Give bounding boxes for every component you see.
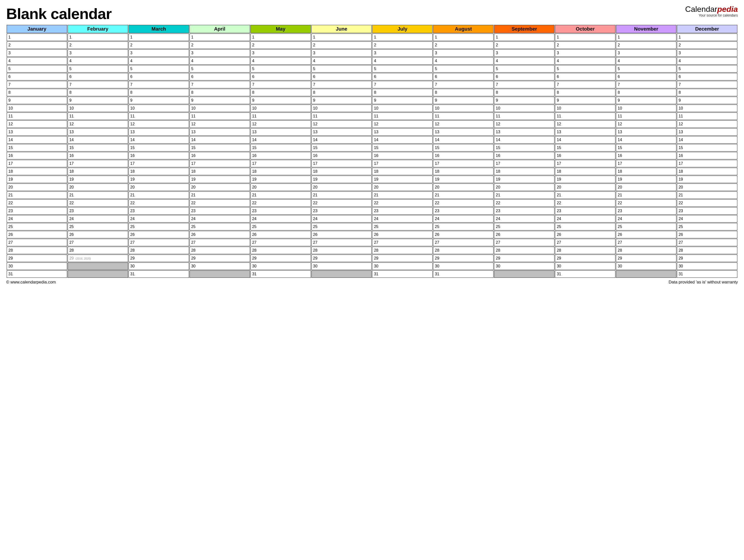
day-cell: 17 — [128, 160, 189, 167]
day-cell: 16 — [251, 152, 311, 159]
day-cell: 8 — [189, 89, 250, 96]
month-header: January — [7, 25, 67, 33]
day-cell: 21 — [555, 191, 616, 199]
day-cell: 29 — [372, 255, 433, 262]
day-cell: 18 — [251, 168, 311, 175]
day-cell: 11 — [251, 112, 311, 120]
day-cell: 7 — [677, 81, 737, 88]
day-cell: 28 — [311, 247, 372, 254]
day-cell: 23 — [128, 207, 189, 215]
day-cell: 21 — [128, 191, 189, 199]
day-cell: 2 — [372, 41, 433, 49]
day-cell: 1 — [128, 34, 189, 41]
day-cell: 7 — [128, 81, 189, 88]
day-cell: 28 — [189, 247, 250, 254]
day-cell: 27 — [616, 239, 676, 246]
day-cell: 20 — [128, 184, 189, 191]
day-cell: 13 — [311, 128, 372, 136]
day-cell: 15 — [251, 144, 311, 151]
day-cell: 17 — [68, 160, 128, 167]
day-cell: 12 — [7, 120, 67, 128]
day-cell: 29 — [128, 255, 189, 262]
day-cell: 30 — [677, 262, 737, 270]
day-cell: 7 — [616, 81, 676, 88]
day-cell: 7 — [311, 81, 372, 88]
day-cell: 6 — [128, 73, 189, 80]
brand-suffix: pedia — [717, 5, 738, 13]
day-cell: 25 — [494, 223, 555, 230]
day-cell: 31 — [372, 270, 433, 278]
day-cell: 4 — [311, 57, 372, 65]
day-cell: 3 — [433, 49, 493, 57]
day-row: 444444444444 — [7, 57, 737, 65]
day-cell: 1 — [189, 34, 250, 41]
day-cell: 21 — [251, 191, 311, 199]
month-header: October — [555, 25, 616, 33]
day-cell: 26 — [68, 231, 128, 238]
day-cell: 13 — [68, 128, 128, 136]
day-cell: 2 — [677, 41, 737, 49]
day-cell: 6 — [616, 73, 676, 80]
day-cell: 29 (2016, 2020) — [68, 255, 128, 262]
day-cell: 17 — [555, 160, 616, 167]
day-cell: 10 — [68, 105, 128, 112]
day-cell: 26 — [7, 231, 67, 238]
day-cell: 19 — [7, 176, 67, 183]
day-cell: 14 — [677, 136, 737, 144]
day-cell: 10 — [251, 105, 311, 112]
footer-copyright: © www.calendarpedia.com — [6, 280, 56, 285]
day-cell: 4 — [189, 57, 250, 65]
footer: © www.calendarpedia.com Data provided 'a… — [6, 280, 738, 285]
day-cell: 6 — [433, 73, 493, 80]
day-cell: 14 — [555, 136, 616, 144]
day-cell: 8 — [68, 89, 128, 96]
day-cell: 12 — [128, 120, 189, 128]
month-header: July — [372, 25, 433, 33]
day-cell: 24 — [372, 215, 433, 223]
day-cell: 5 — [189, 65, 250, 73]
day-cell: 8 — [677, 89, 737, 96]
day-cell: 14 — [68, 136, 128, 144]
day-cell: 18 — [189, 168, 250, 175]
day-cell: 16 — [433, 152, 493, 159]
day-cell: 10 — [555, 105, 616, 112]
day-cell: 9 — [433, 97, 493, 104]
day-cell: 27 — [7, 239, 67, 246]
day-cell: 17 — [372, 160, 433, 167]
day-cell: 5 — [7, 65, 67, 73]
day-cell: 29 — [494, 255, 555, 262]
day-cell: 9 — [311, 97, 372, 104]
day-cell: 1 — [494, 34, 555, 41]
day-cell: 29 — [555, 255, 616, 262]
day-cell: 21 — [494, 191, 555, 199]
day-cell: 4 — [616, 57, 676, 65]
day-cell: 6 — [251, 73, 311, 80]
day-cell: 31 — [251, 270, 311, 278]
day-cell: 17 — [189, 160, 250, 167]
day-cell: 15 — [372, 144, 433, 151]
day-cell: 10 — [433, 105, 493, 112]
day-cell: 26 — [189, 231, 250, 238]
day-cell: 10 — [616, 105, 676, 112]
day-cell: 17 — [251, 160, 311, 167]
day-cell: 18 — [372, 168, 433, 175]
day-cell: 2 — [616, 41, 676, 49]
day-cell: 11 — [7, 112, 67, 120]
day-cell: 18 — [128, 168, 189, 175]
day-cell: 3 — [68, 49, 128, 57]
day-cell: 26 — [555, 231, 616, 238]
day-cell: 12 — [494, 120, 555, 128]
footer-warranty: Data provided 'as is' without warranty — [668, 280, 738, 285]
day-cell: 19 — [68, 176, 128, 183]
day-cell: 27 — [189, 239, 250, 246]
day-cell: 21 — [677, 191, 737, 199]
day-cell: 12 — [555, 120, 616, 128]
day-cell: 13 — [251, 128, 311, 136]
day-cell: 1 — [311, 34, 372, 41]
day-row: 111111111111 — [7, 34, 737, 41]
day-cell: 16 — [311, 152, 372, 159]
day-cell: 9 — [372, 97, 433, 104]
day-cell: 6 — [677, 73, 737, 80]
day-cell: 23 — [494, 207, 555, 215]
month-header: August — [433, 25, 493, 33]
